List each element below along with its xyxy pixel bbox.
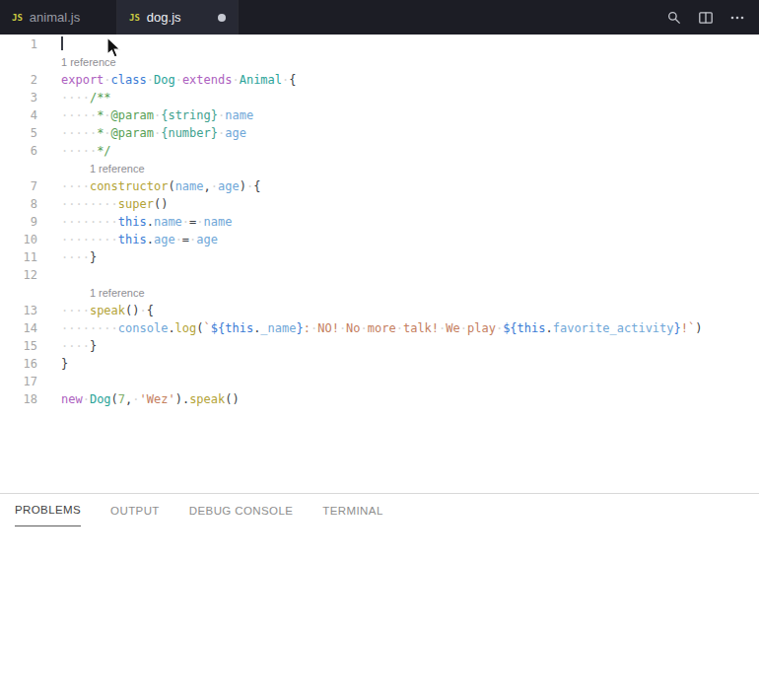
codelens-reference-link[interactable]: 1 reference	[90, 284, 145, 302]
code-token: .	[147, 215, 154, 229]
modified-dot-icon[interactable]	[218, 14, 226, 22]
code-token: {string}	[161, 108, 218, 122]
whitespace-dots: ·	[83, 392, 90, 406]
code-token: name	[204, 215, 233, 229]
code-line[interactable]: 12	[0, 266, 759, 284]
code-content	[37, 35, 759, 53]
code-token: /**	[90, 91, 111, 105]
code-token: 7	[118, 392, 125, 406]
whitespace-dots: ·····	[61, 126, 97, 140]
code-line[interactable]: 18new·Dog(7,·'Wez').speak()	[0, 390, 759, 408]
codelens-reference-link[interactable]: 1 reference	[61, 53, 116, 71]
text-cursor	[61, 36, 63, 50]
line-number[interactable]: 9	[0, 213, 37, 231]
code-line[interactable]: 13····speak()·{	[0, 302, 759, 319]
code-line[interactable]: 7····constructor(name,·age)·{	[0, 177, 759, 195]
code-content: new·Dog(7,·'Wez').speak()	[37, 390, 759, 408]
line-number	[0, 53, 37, 71]
code-line[interactable]: 3····/**	[0, 89, 759, 106]
panel-tab-output[interactable]: OUTPUT	[110, 494, 160, 526]
split-editor-icon[interactable]	[698, 10, 714, 26]
codelens-row[interactable]: 1 reference	[0, 160, 759, 177]
line-number[interactable]: 5	[0, 124, 37, 142]
code-content: 1 reference	[37, 53, 759, 71]
code-line[interactable]: 4·····*·@param·{string}·name	[0, 106, 759, 124]
code-token: )	[695, 321, 702, 335]
code-content: ····speak()·{	[37, 302, 759, 319]
line-number[interactable]: 7	[0, 177, 37, 195]
line-number[interactable]: 12	[0, 266, 37, 284]
line-number[interactable]: 6	[0, 142, 37, 160]
line-number[interactable]: 11	[0, 248, 37, 266]
code-line[interactable]: 15····}	[0, 337, 759, 355]
code-line[interactable]: 9········this.name·=·name	[0, 213, 759, 231]
panel-tab-debug-console[interactable]: DEBUG CONSOLE	[189, 494, 294, 526]
tab-dog-js[interactable]: JS dog.js	[117, 0, 239, 35]
line-number[interactable]: 8	[0, 195, 37, 213]
code-line[interactable]: 1	[0, 35, 759, 53]
line-number[interactable]: 4	[0, 106, 37, 124]
line-number[interactable]: 15	[0, 337, 37, 355]
code-line[interactable]: 10········this.age·=·age	[0, 231, 759, 248]
code-line[interactable]: 17	[0, 373, 759, 390]
code-line[interactable]: 11····}	[0, 248, 759, 266]
code-token: {	[147, 304, 154, 317]
whitespace-dots: ·	[182, 215, 189, 229]
code-editor[interactable]: 11 reference2export·class·Dog·extends·An…	[0, 35, 759, 493]
codelens-row[interactable]: 1 reference	[0, 53, 759, 71]
code-token: {	[253, 179, 260, 193]
code-token: speak	[189, 392, 225, 406]
line-number[interactable]: 13	[0, 302, 37, 319]
code-token: name	[175, 179, 204, 193]
whitespace-dots: ·	[460, 321, 467, 335]
code-content: ········this.name·=·name	[37, 213, 759, 231]
whitespace-dots: ····	[61, 304, 90, 317]
code-token: this	[518, 321, 546, 335]
whitespace-dots: ·	[196, 215, 203, 229]
panel-tab-problems[interactable]: PROBLEMS	[15, 494, 81, 526]
code-line[interactable]: 2export·class·Dog·extends·Animal·{	[0, 71, 759, 89]
panel-tab-terminal[interactable]: TERMINAL	[322, 494, 382, 526]
code-token: Dog	[90, 392, 111, 406]
code-line[interactable]: 16}	[0, 355, 759, 373]
code-token: (	[111, 392, 118, 406]
tab-animal-js[interactable]: JS animal.js	[0, 0, 117, 35]
search-icon[interactable]	[666, 10, 682, 26]
line-number[interactable]: 16	[0, 355, 37, 373]
code-token: }	[90, 339, 97, 353]
code-token: =	[182, 233, 189, 246]
line-number[interactable]: 14	[0, 319, 37, 337]
whitespace-dots: ·	[175, 73, 182, 87]
code-line[interactable]: 6·····*/	[0, 142, 759, 160]
codelens-reference-link[interactable]: 1 reference	[90, 160, 145, 177]
code-token: _name	[260, 321, 296, 335]
line-number[interactable]: 18	[0, 390, 37, 408]
code-token: age	[225, 126, 246, 140]
whitespace-dots: ········	[61, 321, 118, 335]
code-line[interactable]: 5·····*·@param·{number}·age	[0, 124, 759, 142]
js-file-icon: JS	[12, 13, 23, 23]
codelens-row[interactable]: 1 reference	[0, 284, 759, 302]
line-number[interactable]: 10	[0, 231, 37, 248]
more-actions-icon[interactable]	[729, 10, 745, 26]
line-number[interactable]: 2	[0, 71, 37, 89]
code-content	[37, 373, 759, 390]
code-token: NO!	[317, 321, 339, 335]
code-token: favorite_activity	[553, 321, 674, 335]
editor-actions	[666, 0, 759, 35]
code-content: ········this.age·=·age	[37, 231, 759, 248]
code-token: this	[225, 321, 253, 335]
code-token: No	[346, 321, 360, 335]
code-content: ·····*/	[37, 142, 759, 160]
line-number[interactable]: 3	[0, 89, 37, 106]
code-content: ····}	[37, 337, 759, 355]
line-number[interactable]: 17	[0, 373, 37, 390]
code-token: age	[196, 233, 218, 246]
line-number[interactable]: 1	[0, 35, 37, 53]
code-line[interactable]: 14········console.log(`${this._name}:·NO…	[0, 319, 759, 337]
code-token: speak	[90, 304, 125, 317]
code-line[interactable]: 8········super()	[0, 195, 759, 213]
code-content: export·class·Dog·extends·Animal·{	[37, 71, 759, 89]
whitespace-dots: ·	[104, 108, 110, 122]
problems-panel: PROBLEMS OUTPUT DEBUG CONSOLE TERMINAL N…	[0, 493, 759, 700]
